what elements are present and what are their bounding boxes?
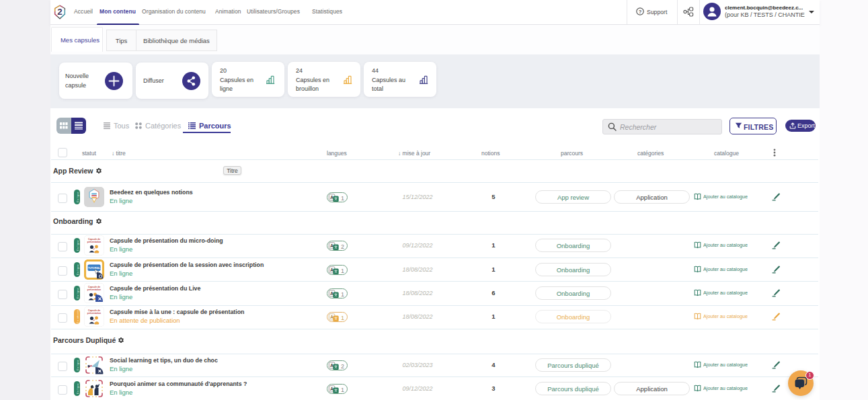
svg-text:2: 2 [341, 243, 344, 249]
svg-text:1: 1 [341, 386, 344, 393]
svg-text:1: 1 [341, 314, 344, 321]
svg-text:présentation: présentation [87, 288, 101, 291]
svg-text:1: 1 [341, 194, 344, 201]
svg-text:TUTORIAL: TUTORIAL [88, 267, 101, 270]
svg-text:1: 1 [341, 267, 344, 274]
svg-text:1: 1 [341, 290, 344, 297]
svg-text:présentation: présentation [87, 241, 101, 243]
svg-text:?: ? [639, 9, 642, 15]
svg-text:2: 2 [57, 7, 63, 17]
svg-text:2: 2 [341, 362, 344, 369]
svg-text:présentation: présentation [87, 312, 101, 315]
